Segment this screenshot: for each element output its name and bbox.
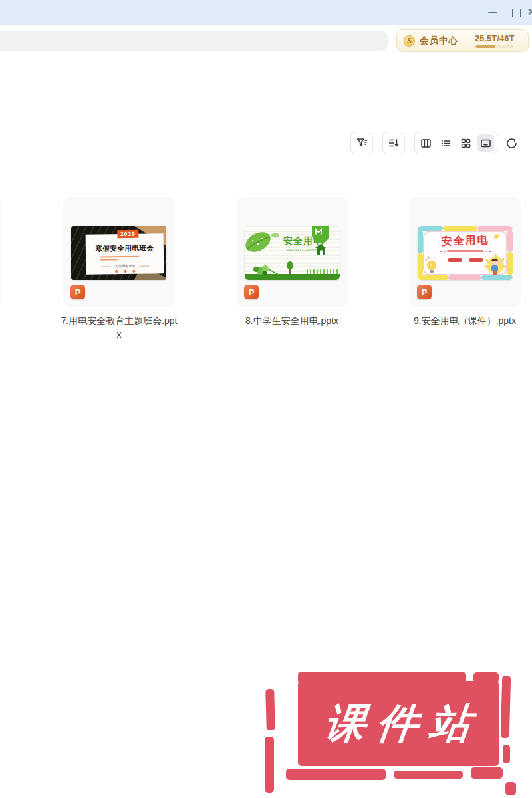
frame-patch <box>443 226 477 231</box>
slide-title: 寒假安全用电班会 <box>86 243 164 254</box>
storage-indicator: 25.5T/46T <box>475 34 515 48</box>
slide-year-badge: 2039 <box>117 230 139 238</box>
file-name[interactable]: 8.中学生安全用电.pptx <box>205 314 378 328</box>
kid-illustration <box>482 253 509 279</box>
column-view-button[interactable] <box>418 134 435 152</box>
slide-subtitle-row <box>418 250 513 252</box>
stamp-frame-segment <box>501 676 511 738</box>
bulb-illustration <box>312 226 329 243</box>
maximize-icon <box>512 9 521 17</box>
frame-patch <box>418 253 423 275</box>
storage-progressbar <box>475 45 514 48</box>
slide-panel: 2039 寒假安全用电班会 安全用电班会 <box>86 233 164 275</box>
file-card[interactable]: 安全用电 Safe Use Of Electricity P <box>237 197 348 307</box>
minimize-button[interactable] <box>485 5 499 20</box>
frame-patch <box>448 275 481 280</box>
column-view-icon <box>420 138 432 149</box>
frame-patch <box>418 226 443 231</box>
stamp-frame-segment <box>394 771 463 779</box>
file-thumbnail: 2039 寒假安全用电班会 安全用电班会 <box>71 226 166 280</box>
powerpoint-file-icon: P <box>244 285 259 299</box>
close-button[interactable]: ✕ <box>527 6 532 18</box>
garden-illustration <box>245 260 340 280</box>
house-illustration <box>317 247 325 255</box>
stamp-frame-segment <box>265 737 274 793</box>
file-card[interactable]: 2039 寒假安全用电班会 安全用电班会 P <box>63 197 174 307</box>
slide-footer-text: 安全用电班会 <box>114 263 135 269</box>
divider <box>101 266 110 267</box>
refresh-button[interactable] <box>504 136 519 150</box>
filter-button[interactable] <box>350 132 373 154</box>
divider <box>467 35 467 46</box>
list-view-icon <box>440 138 452 149</box>
storage-text: 25.5T/46T <box>475 34 515 43</box>
large-icon-view-icon <box>480 138 491 149</box>
storage-progress-fill <box>475 45 495 48</box>
member-center-badge[interactable]: S 会员中心 25.5T/46T <box>396 29 529 52</box>
frame-patch <box>418 275 448 280</box>
stamp-frame-segment <box>505 782 516 795</box>
refresh-icon <box>505 137 518 150</box>
divider <box>140 265 149 266</box>
sort-icon <box>388 137 400 149</box>
slide-icon-row <box>86 269 164 273</box>
file-thumbnail: 安全用电 Safe Use Of Electricity <box>245 226 340 280</box>
powerpoint-file-icon: P <box>70 285 85 299</box>
frame-patch <box>477 226 513 231</box>
slide-subtitle-line <box>100 256 139 258</box>
powerpoint-file-icon: P <box>417 285 432 299</box>
window-titlebar: ✕ <box>0 0 532 25</box>
minimize-icon <box>488 12 497 13</box>
watermark-text: 课件站 <box>312 696 485 751</box>
slide-subtitle: Safe Use Of Electricity <box>286 249 318 252</box>
sort-button[interactable] <box>382 132 405 154</box>
view-mode-switcher <box>414 132 497 154</box>
grid-view-icon <box>460 138 471 149</box>
file-card-partial[interactable] <box>0 197 1 307</box>
stamp-frame-segment <box>265 689 275 730</box>
file-name[interactable]: 9.安全用电（课件）.pptx <box>378 314 532 328</box>
member-center-label: 会员中心 <box>420 35 458 47</box>
file-card[interactable]: 安全用电 ⚡ <box>410 197 521 307</box>
bulb-illustration <box>424 257 439 276</box>
grid-view-button[interactable] <box>457 134 474 152</box>
list-view-button[interactable] <box>438 134 455 152</box>
search-input[interactable] <box>0 31 388 51</box>
file-name[interactable]: 7.用电安全教育主题班会.pptx <box>60 314 178 342</box>
stamp-body: 课件站 <box>298 681 499 766</box>
maximize-button[interactable] <box>509 5 523 20</box>
slide-subtitle-line <box>100 259 118 260</box>
app-window: ✕ S 会员中心 25.5T/46T <box>0 0 532 798</box>
stamp-frame-segment <box>471 767 503 779</box>
coin-icon: S <box>404 35 415 47</box>
stamp-frame-segment <box>503 745 510 763</box>
stamp-frame-segment <box>286 769 386 780</box>
large-icon-view-button[interactable] <box>477 134 494 152</box>
leaf-illustration <box>245 227 282 259</box>
filter-icon <box>356 137 368 149</box>
file-thumbnail: 安全用电 ⚡ <box>418 226 513 280</box>
